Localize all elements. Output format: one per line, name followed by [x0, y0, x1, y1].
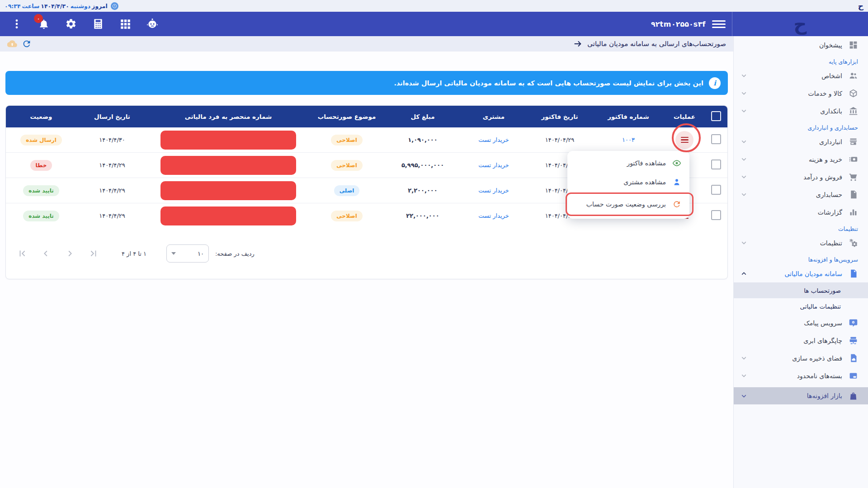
people-icon: [849, 71, 858, 80]
sidebar-item-dashboard[interactable]: پیشخوان: [734, 36, 868, 54]
info-banner: i این بخش برای نمایش لیست صورتحساب هایی …: [5, 71, 728, 95]
sidebar-item-addons-market[interactable]: بازار افزونه‌ها: [734, 387, 868, 404]
sidebar-subitem-tax-settings[interactable]: تنظیمات مالیاتی: [734, 298, 868, 314]
last-page-button[interactable]: [88, 249, 98, 258]
cash-icon: [849, 155, 858, 164]
tax-doc-icon: [849, 269, 858, 278]
cart-icon: [849, 172, 858, 182]
app-window: ح امروز دوشنبه ۱۴۰۴/۴/۳۰ ساعت ۰۹:۳۴ ح ۹۲…: [0, 0, 868, 488]
weekday-label: دوشنبه: [71, 3, 90, 9]
sms-icon: [849, 318, 858, 328]
chevron-down-icon: [740, 173, 748, 181]
select-all-checkbox[interactable]: [711, 111, 721, 121]
chevron-down-icon: [740, 372, 748, 380]
customer-link[interactable]: خریدار تست: [478, 187, 509, 194]
col-customer: مشتری: [461, 106, 527, 127]
sidebar-item-sales[interactable]: فروش و درآمد: [734, 168, 868, 186]
col-invoice-date: تاریخ فاکتور: [527, 106, 593, 127]
assistant-bot-icon[interactable]: [146, 18, 158, 30]
calculator-icon[interactable]: [92, 18, 104, 30]
sidebar-item-storage[interactable]: فضای ذخیره سازی: [734, 349, 868, 367]
info-banner-text: این بخش برای نمایش لیست صورتحساب هایی اس…: [394, 80, 703, 87]
back-arrow-icon[interactable]: [573, 39, 583, 49]
tax-uid-redacted: [160, 181, 296, 200]
chevron-down-icon: [740, 354, 748, 362]
rows-per-page-value: ۱۰: [198, 250, 204, 257]
subject-badge: اصلاحی: [331, 135, 363, 145]
sidebar-item-warehouse[interactable]: انبارداری: [734, 133, 868, 150]
col-status: وضعیت: [6, 106, 76, 127]
customer-link[interactable]: خریدار تست: [478, 136, 509, 143]
row-checkbox[interactable]: [711, 185, 721, 195]
total-amount: ۲۲,۰۰۰,۰۰۰: [385, 203, 461, 229]
sidebar-item-settings[interactable]: تنظیمات: [734, 234, 868, 252]
navbar-icons: ۰: [6, 18, 158, 30]
tax-uid-redacted: [160, 156, 296, 175]
refresh-icon[interactable]: [22, 39, 32, 49]
sent-date: ۱۴۰۴/۴/۳۰: [76, 127, 148, 153]
pagination-arrows: [18, 249, 98, 258]
row-checkbox[interactable]: [711, 160, 721, 169]
sidebar-item-reports[interactable]: گزارشات: [734, 203, 868, 221]
customer-link[interactable]: خریدار تست: [478, 212, 509, 219]
menu-item-view-invoice[interactable]: مشاهده فاکتور: [567, 154, 689, 173]
brand-logo: ح: [794, 17, 807, 31]
rows-per-page-select[interactable]: ۱۰: [166, 244, 209, 263]
sidebar-section-services: سرویس‌ها و افزونه‌ها: [734, 252, 868, 265]
col-invoice-no: شماره فاکتور: [593, 106, 664, 127]
sidebar-item-sms-service[interactable]: سرویس پیامک: [734, 314, 868, 332]
invoice-number-link[interactable]: ۱۰۰۳: [622, 136, 635, 143]
notification-badge: ۰: [34, 14, 43, 23]
notifications-bell-icon[interactable]: ۰: [38, 18, 50, 30]
datetime-display: امروز دوشنبه ۱۴۰۴/۴/۳۰ ساعت ۰۹:۳۴: [5, 2, 118, 10]
previous-page-button[interactable]: [41, 249, 51, 258]
chevron-up-icon: [740, 270, 748, 277]
status-badge: تایید شده: [23, 211, 59, 221]
chevron-down-icon: [740, 72, 748, 80]
workspace-id[interactable]: ۹۲tm۰۲۵۵۰s۳f: [651, 20, 706, 28]
menu-item-label: مشاهده فاکتور: [627, 160, 666, 167]
first-page-button[interactable]: [18, 249, 28, 258]
sidebar-item-banking[interactable]: بانکداری: [734, 102, 868, 120]
row-actions-button[interactable]: [675, 131, 693, 149]
kebab-menu-icon[interactable]: [11, 18, 23, 30]
customer-link[interactable]: خریدار تست: [478, 162, 509, 169]
tax-uid-redacted: [160, 131, 296, 150]
date-value: ۱۴۰۴/۴/۳۰: [41, 3, 69, 9]
hour-label: ساعت: [22, 3, 40, 9]
settings-gear-icon[interactable]: [65, 18, 77, 30]
sent-date: ۱۴۰۴/۴/۲۹: [76, 153, 148, 178]
menu-toggle-icon[interactable]: [712, 17, 726, 31]
page-title: صورتحساب‌های ارسالی به سامانه مودیان مال…: [587, 40, 726, 48]
menu-item-label: بررسی وضعیت صورت حساب: [586, 201, 666, 208]
sidebar-item-tax-system[interactable]: سامانه مودیان مالیاتی: [734, 265, 868, 282]
next-page-button[interactable]: [65, 249, 75, 258]
pagination-range: ۱ تا ۴ از ۴: [122, 250, 146, 257]
row-checkbox[interactable]: [711, 210, 721, 220]
sidebar-item-goods-services[interactable]: کالا و خدمات: [734, 84, 868, 102]
row-checkbox[interactable]: [711, 134, 721, 144]
sidebar-item-unlimited-packages[interactable]: بسته‌های نامحدود: [734, 367, 868, 385]
chevron-down-icon: [740, 191, 748, 198]
total-amount: ۵,۹۹۵,۰۰۰,۰۰۰: [385, 153, 461, 178]
info-icon: i: [709, 77, 721, 89]
sidebar-item-people[interactable]: اشخاص: [734, 67, 868, 84]
menu-item-check-status[interactable]: بررسی وضعیت صورت حساب: [566, 192, 693, 216]
sidebar-item-purchases[interactable]: خرید و هزینه: [734, 150, 868, 168]
sidebar-item-accounting[interactable]: حسابداری: [734, 186, 868, 203]
document-icon: [849, 190, 858, 199]
sidebar-subitem-invoices[interactable]: صورتحساب ها: [734, 282, 868, 298]
rows-per-page-label: ردیف در صفحه:: [215, 250, 255, 257]
person-icon: [672, 178, 681, 187]
menu-item-view-customer[interactable]: مشاهده مشتری: [567, 173, 689, 192]
sidebar-item-cloud-printers[interactable]: چاپگرهای ابری: [734, 332, 868, 349]
cloud-upload-icon[interactable]: [7, 39, 17, 49]
header-select-all[interactable]: [705, 106, 727, 127]
subject-badge: اصلاحی: [331, 211, 363, 221]
cube-icon: [849, 89, 858, 98]
apps-grid-icon[interactable]: [119, 18, 131, 30]
clock-icon: [111, 2, 118, 10]
status-badge: خطا: [30, 160, 52, 171]
total-amount: ۲,۲۰۰,۰۰۰: [385, 178, 461, 203]
col-subject: موضوع صورتحساب: [309, 106, 385, 127]
